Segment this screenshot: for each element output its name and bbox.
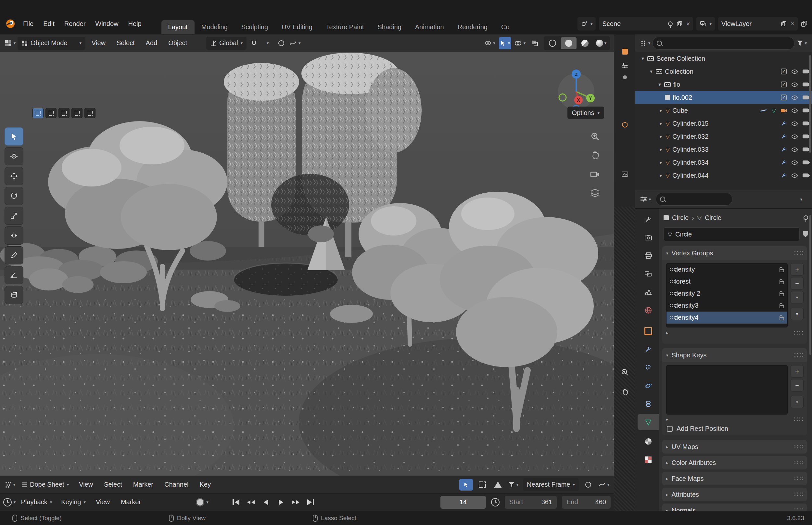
menu-window[interactable]: Window [90, 17, 123, 30]
strip-pan-icon[interactable] [621, 389, 628, 397]
image-icon[interactable] [622, 171, 628, 178]
add-rest-position-checkbox[interactable]: ✓ [667, 426, 673, 432]
dopesheet-mode-selector[interactable]: Dope Sheet ▾ [17, 478, 73, 491]
pan-hand-button[interactable] [588, 148, 602, 162]
properties-scrollbar[interactable] [809, 215, 811, 355]
shape-key-add-button[interactable]: + [791, 365, 803, 377]
play-button[interactable] [274, 496, 288, 508]
viewport-menu-select[interactable]: Select [112, 37, 140, 50]
tab-shading[interactable]: Shading [371, 20, 408, 34]
render-visibility-icon[interactable] [802, 95, 808, 100]
disclosure-icon[interactable]: ▸ [656, 147, 665, 152]
checkbox-icon[interactable]: ✓ [781, 94, 787, 100]
jump-to-end-button[interactable] [304, 496, 318, 508]
vertex-group-move-down-button[interactable]: ▼ [791, 308, 803, 320]
lock-open-icon[interactable] [780, 269, 784, 272]
object-visibility-dropdown[interactable]: ▾ [484, 37, 496, 49]
tab-view-layer[interactable] [638, 266, 659, 282]
navigation-gizmo[interactable]: Z Y X [553, 68, 599, 113]
tab-output[interactable] [638, 247, 659, 264]
play-reverse-button[interactable] [259, 496, 273, 508]
disclosure-icon[interactable]: ▸ [656, 121, 665, 126]
eye-icon[interactable] [792, 148, 798, 152]
outliner-row-collection[interactable]: ▾ Collection ✓ [635, 65, 812, 78]
select-mode-extend-button[interactable] [45, 108, 57, 118]
auto-keying-record-button[interactable] [196, 498, 204, 507]
eye-icon[interactable] [792, 95, 798, 100]
eye-icon[interactable] [792, 121, 798, 126]
previous-keyframe-button[interactable] [244, 496, 258, 508]
current-frame-field[interactable]: 14 [441, 496, 486, 509]
tool-measure[interactable] [4, 266, 24, 284]
timeline-editor-type-button[interactable]: ▾ [3, 496, 16, 508]
select-mode-new-button[interactable] [32, 108, 44, 118]
shape-keys-list[interactable] [666, 365, 788, 415]
tool-rotate[interactable] [4, 187, 24, 205]
properties-options-button[interactable]: ▾ [795, 193, 808, 205]
disclosure-icon[interactable]: ▾ [638, 56, 647, 61]
vertex-group-row[interactable]: density3 [667, 300, 787, 312]
lock-open-icon[interactable] [780, 305, 784, 308]
render-visibility-icon[interactable] [802, 70, 808, 73]
outliner-scrollbar[interactable] [809, 55, 811, 153]
pin-icon[interactable] [803, 215, 808, 220]
tab-object-data[interactable]: ▽ [638, 414, 659, 430]
transform-orientation[interactable]: Global ▾ [206, 37, 246, 50]
tool-annotate[interactable] [4, 246, 24, 265]
filter-dropdown[interactable]: ▾ [507, 479, 520, 491]
panel-color-attributes[interactable]: ▸ Color Attributes [662, 456, 807, 469]
eye-icon[interactable] [792, 174, 798, 178]
menu-help[interactable]: Help [123, 17, 146, 30]
vertex-group-row-active[interactable]: density4 [667, 312, 787, 324]
options-button[interactable]: Options ▾ [567, 107, 604, 119]
shape-key-specials-button[interactable]: ▾ [791, 396, 803, 408]
vertex-group-row[interactable]: density [667, 264, 787, 275]
tab-modifiers[interactable] [638, 341, 659, 357]
tab-uv-editing[interactable]: UV Editing [275, 20, 319, 34]
tab-render[interactable] [638, 229, 659, 245]
outliner-row-cylinder-044[interactable]: ▸ ▽ Cylinder.044 [635, 169, 812, 182]
outliner-row-cylinder-033[interactable]: ▸ ▽ Cylinder.033 [635, 143, 812, 156]
panel-face-maps[interactable]: ▸ Face Maps [662, 472, 807, 485]
render-visibility-icon[interactable] [802, 161, 808, 164]
frame-end-field[interactable]: End 460 [562, 496, 611, 509]
panel-grip-icon[interactable] [794, 418, 802, 421]
breadcrumb-object[interactable]: Circle [672, 214, 689, 222]
tool-scale[interactable] [4, 207, 24, 225]
menu-file[interactable]: File [18, 17, 38, 30]
checkbox-icon[interactable]: ✓ [781, 81, 787, 87]
render-visibility-icon[interactable] [802, 135, 808, 138]
dopesheet-menu-marker[interactable]: Marker [128, 478, 158, 491]
copy-icon[interactable] [677, 21, 683, 27]
tab-material[interactable] [638, 433, 659, 450]
menu-render[interactable]: Render [59, 17, 91, 30]
outliner-row-scene-collection[interactable]: ▾ Scene Collection [635, 52, 812, 65]
tab-layout[interactable]: Layout [162, 20, 195, 34]
tab-texture-paint[interactable]: Texture Paint [319, 20, 371, 34]
eye-icon[interactable] [792, 135, 798, 139]
blender-logo-icon[interactable] [4, 18, 16, 30]
select-mode-intersect-button[interactable] [85, 108, 95, 118]
panel-grip-icon[interactable] [795, 353, 803, 357]
vertex-group-row[interactable]: density 2 [667, 287, 787, 300]
playback-menu[interactable]: Playback ▾ [17, 496, 56, 509]
frame-start-field[interactable]: Start 361 [505, 496, 557, 509]
panel-grip-icon[interactable] [795, 445, 803, 449]
shading-rendered-button[interactable]: ▾ [593, 38, 609, 49]
hidden-channels-toggle[interactable] [476, 479, 489, 491]
tool-transform[interactable] [4, 226, 24, 245]
outliner-row-flo[interactable]: ▾ flo ✓ [635, 78, 812, 91]
select-mode-subtract-button[interactable] [59, 108, 70, 118]
timeline-menu-view[interactable]: View [91, 496, 114, 509]
disclosure-icon[interactable]: ▾ [655, 81, 664, 87]
vertex-groups-panel-header[interactable]: ▾ Vertex Groups [662, 246, 807, 260]
outliner-editor-type-button[interactable]: ▾ [639, 37, 651, 49]
render-visibility-icon[interactable] [802, 148, 808, 151]
tab-object[interactable] [638, 323, 659, 339]
proportional-falloff[interactable]: ▾ [289, 37, 301, 49]
render-visibility-icon[interactable] [802, 82, 808, 86]
new-viewlayer-icon[interactable] [801, 20, 808, 27]
lock-open-icon[interactable] [780, 293, 784, 296]
gizmos-dropdown[interactable]: ▾ [499, 37, 511, 49]
panel-grip-icon[interactable] [795, 493, 803, 496]
